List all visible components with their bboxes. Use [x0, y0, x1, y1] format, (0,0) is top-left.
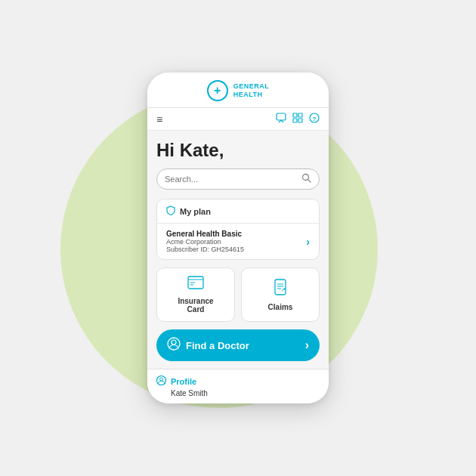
insurance-card-action[interactable]: InsuranceCard	[156, 267, 235, 322]
quick-actions: InsuranceCard Claims	[156, 267, 320, 322]
profile-name: Kate Smith	[156, 389, 320, 397]
find-doctor-button[interactable]: Find a Doctor ›	[156, 329, 320, 361]
find-doctor-label: Find a Doctor	[186, 340, 249, 351]
hamburger-icon[interactable]: ≡	[156, 113, 162, 125]
svg-rect-13	[275, 280, 286, 295]
svg-rect-4	[298, 119, 302, 122]
insurance-card-label: InsuranceCard	[178, 297, 213, 314]
my-plan-header: My plan	[157, 199, 319, 224]
plan-corporation: Acme Corporation	[166, 238, 244, 246]
help-icon[interactable]: ?	[309, 113, 320, 125]
plan-name: General Health Basic	[166, 230, 244, 238]
plan-chevron-icon[interactable]: ›	[306, 236, 310, 248]
nav-bar: ≡ ?	[147, 108, 329, 131]
phone-shell: + GENERAL HEALTH ≡	[147, 73, 329, 403]
search-input[interactable]	[165, 175, 301, 184]
plan-info: General Health Basic Acme Corporation Su…	[166, 230, 244, 253]
svg-text:?: ?	[313, 116, 317, 122]
greeting-text: Hi Kate,	[156, 140, 320, 161]
logo-text: GENERAL HEALTH	[233, 82, 270, 99]
logo-line1: GENERAL	[233, 82, 270, 91]
search-icon	[301, 173, 311, 185]
grid-icon[interactable]	[292, 113, 303, 125]
find-doctor-left: Find a Doctor	[167, 337, 249, 354]
svg-rect-1	[293, 113, 297, 117]
plan-subscriber-id: Subscriber ID: GH254615	[166, 246, 244, 253]
profile-link[interactable]: Profile	[171, 377, 196, 386]
search-bar[interactable]	[156, 168, 320, 190]
nav-icons: ?	[276, 113, 320, 125]
svg-point-18	[172, 340, 176, 345]
my-plan-title: My plan	[180, 207, 211, 216]
svg-rect-3	[293, 119, 297, 122]
logo-circle: +	[207, 80, 228, 101]
claims-icon	[274, 279, 287, 299]
my-plan-card: My plan General Health Basic Acme Corpor…	[156, 199, 320, 260]
profile-bar: Profile Kate Smith	[147, 369, 329, 403]
profile-row: Profile	[156, 376, 320, 388]
svg-point-20	[160, 378, 163, 381]
svg-line-8	[308, 180, 311, 183]
app-header: + GENERAL HEALTH	[147, 73, 329, 108]
svg-rect-0	[277, 113, 286, 120]
logo-line2: HEALTH	[233, 91, 270, 99]
find-doctor-chevron-icon: ›	[305, 338, 309, 352]
svg-rect-2	[298, 113, 302, 117]
claims-label: Claims	[268, 303, 293, 311]
my-plan-body[interactable]: General Health Basic Acme Corporation Su…	[157, 224, 319, 259]
profile-icon	[156, 376, 166, 388]
shield-icon	[166, 206, 175, 217]
logo-plus-icon: +	[214, 85, 221, 97]
chat-icon[interactable]	[276, 113, 286, 125]
insurance-card-icon	[187, 276, 204, 293]
phone-body: Hi Kate, My plan	[147, 131, 329, 369]
claims-action[interactable]: Claims	[241, 267, 320, 322]
find-doctor-icon	[167, 337, 181, 354]
